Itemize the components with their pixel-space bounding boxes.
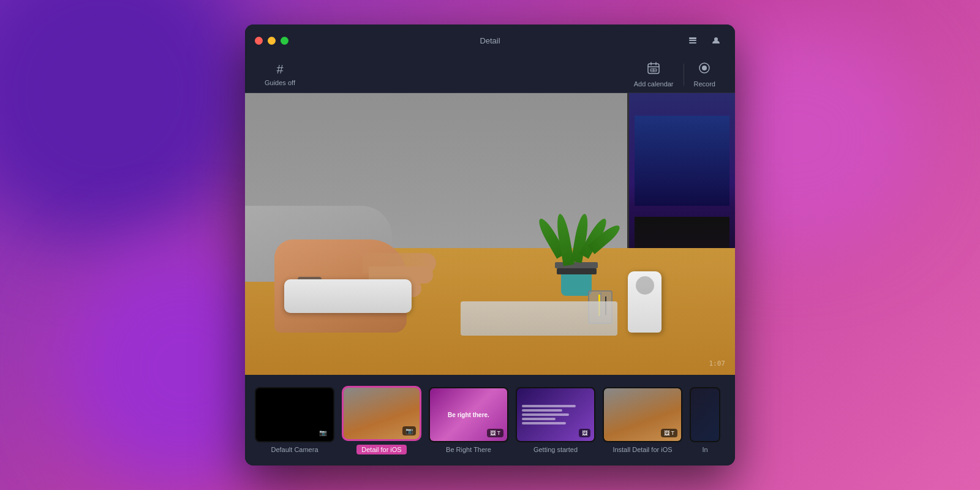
thumb-badge-brt: 🖼 T [487,429,503,437]
gs-line-5 [522,422,566,424]
image-badge-gs-icon: 🖼 [582,430,587,436]
thumb-detail-ios[interactable]: 📷 Detail for iOS [342,386,421,454]
bg-blob-3 [704,31,919,245]
record-icon [698,61,711,78]
thumb-label-detail-ios: Detail for iOS [356,445,406,454]
thumb-install-detail[interactable]: 🖼 T Install Detail for iOS [603,387,682,453]
gs-line-3 [522,413,569,416]
thumb-label-install-detail: Install Detail for iOS [612,446,672,453]
guides-off-button[interactable]: # Guides off [260,60,300,89]
thumb-badge-detail-ios: 📷 [402,426,416,435]
timestamp: 1:07 [709,360,726,368]
thumb-partial[interactable]: In [690,387,720,453]
camera-badge-icon: 📷 [319,429,326,436]
record-button[interactable]: Record [689,59,720,90]
trackpad [284,279,412,313]
gs-content [517,400,594,429]
grid-icon: # [276,62,283,77]
thumb-label-be-right-there: Be Right There [446,446,491,453]
plant-pot [561,274,592,296]
svg-rect-0 [689,37,696,39]
thumbnails-strip: 📷 Default Camera 📷 Detail for iOS B [245,375,735,466]
thumb-frame-default-camera: 📷 [255,387,334,442]
be-right-there-text: Be right there. [445,409,492,421]
toolbar-divider [684,64,684,86]
window-title: Detail [480,36,500,45]
image-badge-icon: 🖼 T [490,430,500,436]
thumb-frame-detail-ios: 📷 [344,388,420,439]
layers-button[interactable] [684,31,702,50]
traffic-lights [255,37,288,45]
thumb-default-camera[interactable]: 📷 Default Camera [255,387,334,453]
minimize-button[interactable] [268,37,276,45]
add-calendar-button[interactable]: Add calendar [629,59,679,90]
gs-line-2 [522,409,562,412]
video-preview: 1:07 [245,93,735,375]
maximize-button[interactable] [281,37,288,45]
thumb-badge-gs: 🖼 [579,429,590,437]
thumb-label-partial: In [702,446,707,453]
thumb-label-getting-started: Getting started [533,446,578,453]
app-window: Detail # Guides off [245,24,735,466]
plant [555,213,598,296]
thumb-frame-getting-started: 🖼 [516,387,595,442]
bg-blob-1 [0,0,257,245]
close-button[interactable] [255,37,263,45]
thumb-frame-partial [690,387,720,442]
thumb-getting-started[interactable]: 🖼 Getting started [516,387,595,453]
svg-rect-2 [689,42,696,43]
gs-line-1 [522,405,576,407]
titlebar-actions [684,31,725,50]
thumb-frame-install-detail: 🖼 T [603,387,682,442]
desk-scene: 1:07 [245,93,735,375]
thumb-active-wrapper: 📷 [342,386,421,441]
thumb-frame-be-right-there: Be right there. 🖼 T [429,387,508,442]
thumb-badge-install: 🖼 T [661,429,677,437]
toolbar: # Guides off Add calendar [245,56,735,93]
thumb-badge-camera: 📷 [316,428,330,437]
profile-button[interactable] [707,31,725,50]
svg-rect-1 [689,40,696,41]
svg-point-12 [702,66,707,70]
video-badge-icon: 📷 [405,428,413,434]
plant-leaves [555,213,598,265]
gs-line-4 [522,418,556,420]
keyboard [461,301,617,335]
speaker [628,271,662,333]
calendar-icon [647,61,660,78]
thumb-label-default-camera: Default Camera [271,446,318,453]
thumb-be-right-there[interactable]: Be right there. 🖼 T Be Right There [429,387,508,453]
image-badge-install-icon: 🖼 T [664,430,674,436]
titlebar: Detail [245,24,735,56]
